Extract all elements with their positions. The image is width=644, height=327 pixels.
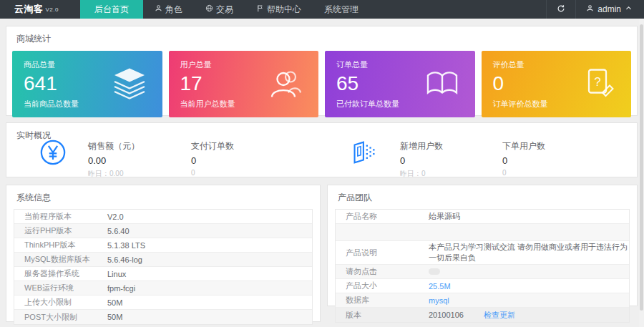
main-menu: 后台首页 角色 交易 帮助中心 系统管理	[80, 0, 370, 19]
metric-paid-orders: 支付订单数 0 0	[191, 140, 234, 177]
user-dropdown[interactable]: admin	[575, 0, 644, 19]
app-logo: 云淘客V2.0	[0, 0, 72, 19]
stats-section-title: 商城统计	[6, 26, 637, 49]
realtime-panel: 实时概况 销售额（元） 0.00 昨日：0.00 支付订单数 0 0 新增用户数…	[6, 122, 638, 177]
database-link[interactable]: mysql	[429, 296, 449, 305]
table-row: 产品大小 25.5M	[336, 279, 629, 293]
table-row: ThinkPHP版本 5.1.38 LTS	[14, 238, 312, 253]
product-team-title: 产品团队	[328, 185, 637, 208]
table-row-empty	[336, 224, 629, 241]
refresh-button[interactable]	[546, 0, 575, 19]
refresh-icon	[557, 4, 565, 15]
menu-item-help[interactable]: 帮助中心	[245, 0, 313, 19]
table-row: MySQL数据库版本 5.6.46-log	[14, 253, 312, 267]
navbar-right: admin	[546, 0, 644, 19]
stat-card-orders: 订单总量 65 已付款订单总数量	[325, 51, 475, 117]
product-team-panel: 产品团队 产品名称 始果源码 产品说明 本产品只为学习测试交流 请勿用做商业或者…	[327, 185, 638, 306]
door-data-icon	[348, 139, 376, 168]
menu-item-roles[interactable]: 角色	[143, 0, 194, 19]
globe-icon	[205, 4, 213, 14]
table-row: POST大小限制 50M	[14, 310, 312, 324]
metric-ordering-users: 下单用户数 0 0	[502, 140, 545, 177]
username: admin	[597, 4, 621, 14]
metric-new-users: 新增用户数 0 昨日：0	[400, 140, 443, 179]
chevron-up-icon	[625, 4, 633, 14]
menu-item-trade[interactable]: 交易	[194, 0, 245, 19]
table-row: 服务器操作系统 Linux	[14, 267, 312, 281]
metric-sales: 销售额（元） 0.00 昨日：0.00	[88, 140, 140, 179]
scrollbar-thumb[interactable]	[640, 24, 643, 311]
muted-placeholder[interactable]	[429, 268, 440, 275]
person-icon	[155, 4, 162, 14]
layers-icon	[111, 67, 148, 102]
system-info-table: 当前程序版本 V2.0 运行PHP版本 5.6.40 ThinkPHP版本 5.…	[14, 209, 313, 325]
table-row: 数据库 mysql	[336, 293, 629, 308]
users-icon	[267, 67, 304, 102]
menu-item-system[interactable]: 系统管理	[313, 0, 370, 19]
table-row: 当前程序版本 V2.0	[14, 210, 312, 224]
doc-question-icon: ?	[580, 67, 617, 102]
svg-text:?: ?	[594, 74, 600, 88]
product-team-table: 产品名称 始果源码 产品说明 本产品只为学习测试交流 请勿用做商业或者用于违法行…	[335, 209, 630, 323]
table-row: 产品说明 本产品只为学习测试交流 请勿用做商业或者用于违法行为 一切后果自负	[336, 241, 629, 265]
table-row: 请勿点击	[336, 265, 629, 279]
stat-card-products: 商品总量 641 当前商品总数量	[12, 51, 162, 117]
table-row: 上传大小限制 50M	[14, 296, 312, 310]
flag-icon	[256, 4, 264, 14]
stat-card-users: 用户总量 17 当前用户总数量	[169, 51, 319, 117]
system-info-panel: 系统信息 当前程序版本 V2.0 运行PHP版本 5.6.40 ThinkPHP…	[6, 185, 321, 322]
table-row: WEB运行环境 fpm-fcgi	[14, 281, 312, 296]
table-row: 版本 20100106 检查更新	[336, 308, 629, 322]
user-icon	[586, 4, 594, 14]
stat-cards: 商品总量 641 当前商品总数量 用户总量 17 当前用户总数量 订单总量 65…	[6, 49, 637, 117]
stat-card-reviews: 评价总量 0 订单评价总数量 ?	[482, 51, 632, 117]
stats-panel: 商城统计 商品总量 641 当前商品总数量 用户总量 17 当前用户总数量 订单…	[6, 26, 638, 116]
book-icon	[424, 67, 461, 102]
product-size-link[interactable]: 25.5M	[429, 282, 451, 291]
table-row: 运行PHP版本 5.6.40	[14, 224, 312, 238]
table-row: 产品名称 始果源码	[336, 210, 629, 224]
system-info-title: 系统信息	[6, 185, 320, 208]
navbar: 云淘客V2.0 后台首页 角色 交易 帮助中心 系统管理 admin	[0, 0, 644, 19]
menu-item-home[interactable]: 后台首页	[80, 0, 143, 19]
app-version: V2.0	[46, 6, 59, 13]
check-update-link[interactable]: 检查更新	[484, 310, 515, 321]
scrollbar[interactable]	[639, 19, 644, 327]
yen-circle-icon	[39, 139, 67, 168]
